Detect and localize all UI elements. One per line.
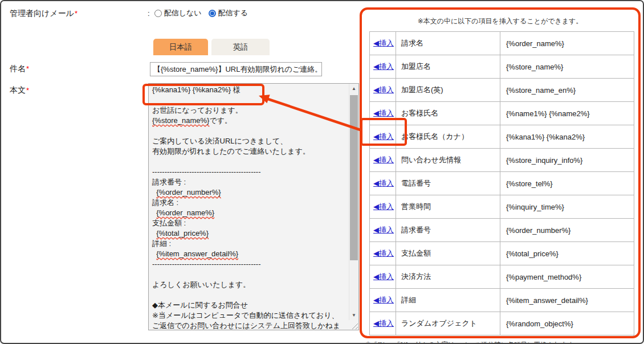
table-row: ◀挿入 加盟店名(英) {%store_name_en%} <box>370 79 634 102</box>
body-scrollbar[interactable]: ▲ ▼ <box>349 84 358 320</box>
item-name-cell: お客様氏名（カナ） <box>396 125 500 149</box>
table-row: ◀挿入 詳細 {%item_answer_detail%} <box>370 289 634 312</box>
panel-header-note: ※本文の中に以下の項目を挿入することができます。 <box>362 17 638 26</box>
table-row: ◀挿入 支払金額 {%total_price%} <box>370 242 634 265</box>
insert-link[interactable]: ◀挿入 <box>373 319 394 327</box>
placeholder-cell: {%store_tel%} <box>500 172 634 195</box>
insert-link[interactable]: ◀挿入 <box>373 155 394 164</box>
insert-link[interactable]: ◀挿入 <box>373 179 394 187</box>
tab-english[interactable]: 英語 <box>211 39 270 55</box>
placeholder-cell: {%store_inquiry_info%} <box>500 149 634 172</box>
insert-link[interactable]: ◀挿入 <box>373 226 394 234</box>
insert-link[interactable]: ◀挿入 <box>373 85 394 94</box>
required-asterisk: * <box>75 9 78 18</box>
scrollbar-up-icon[interactable]: ▲ <box>349 84 358 93</box>
scrollbar-down-icon[interactable]: ▼ <box>349 310 358 320</box>
item-name-cell: お客様氏名 <box>396 102 500 125</box>
radio-no-delivery-label[interactable]: 配信しない <box>164 8 202 18</box>
insert-link[interactable]: ◀挿入 <box>373 202 394 211</box>
language-tabs: 日本語 英語 <box>153 39 270 55</box>
placeholder-cell: {%order_number%} <box>500 219 634 242</box>
body-text: {%kana1%} {%kana2%} 様 お世話になっております。 {%sto… <box>149 84 349 330</box>
required-asterisk: * <box>26 64 29 73</box>
table-row: ◀挿入 電話番号 {%store_tel%} <box>370 172 634 195</box>
insert-panel: ※本文の中に以下の項目を挿入することができます。 ◀挿入 請求名 {%order… <box>360 7 641 338</box>
insert-link[interactable]: ◀挿入 <box>373 39 394 47</box>
placeholder-cell: {%item_answer_detail%} <box>500 289 634 312</box>
label-separator: : <box>148 9 150 18</box>
item-name-cell: ランダムオブジェクト <box>396 312 500 335</box>
insert-link[interactable]: ◀挿入 <box>373 109 394 117</box>
insert-link[interactable]: ◀挿入 <box>373 272 394 281</box>
tab-japanese[interactable]: 日本語 <box>153 39 208 55</box>
item-name-cell: 電話番号 <box>396 172 500 195</box>
item-name-cell: 請求名 <box>396 32 500 55</box>
table-row: ◀挿入 お客様氏名 {%name1%} {%name2%} <box>370 102 634 125</box>
insert-link[interactable]: ◀挿入 <box>373 132 394 141</box>
item-name-cell: 請求番号 <box>396 219 500 242</box>
resize-grip-icon[interactable] <box>350 322 358 329</box>
scrollbar-thumb[interactable] <box>350 95 358 260</box>
table-row: ◀挿入 決済方法 {%payment_method%} <box>370 265 634 289</box>
table-row: ◀挿入 加盟店名 {%store_name%} <box>370 55 634 79</box>
table-row: ◀挿入 お客様氏名（カナ） {%kana1%} {%kana2%} <box>370 125 634 149</box>
placeholder-cell: {%kana1%} {%kana2%} <box>500 125 634 149</box>
placeholder-cell: {%total_price%} <box>500 242 634 265</box>
insert-table: ◀挿入 請求名 {%order_name%} ◀挿入 加盟店名 {%store_… <box>369 31 634 335</box>
insert-link[interactable]: ◀挿入 <box>373 296 394 304</box>
panel-footer-note: ※「{%」,「%}」付きの文字は、メール送信時に各項目に置換されます。 <box>365 341 638 344</box>
delivery-radio-group: : 配信しない 配信する <box>148 8 255 18</box>
insert-link[interactable]: ◀挿入 <box>373 62 394 71</box>
item-name-cell: 問い合わせ先情報 <box>396 149 500 172</box>
placeholder-cell: {%random_object%} <box>500 312 634 335</box>
table-row: ◀挿入 請求番号 {%order_number%} <box>370 219 634 242</box>
item-name-cell: 営業時間 <box>396 195 500 219</box>
placeholder-cell: {%payment_method%} <box>500 265 634 289</box>
radio-no-delivery[interactable] <box>154 10 162 17</box>
placeholder-cell: {%name1%} {%name2%} <box>500 102 634 125</box>
admin-mail-label: 管理者向けメール* <box>10 9 78 19</box>
placeholder-cell: {%store_name%} <box>500 55 634 79</box>
radio-delivery-on[interactable] <box>209 10 216 17</box>
mail-settings-page: { "page": { "admin_mail": { "label": "管理… <box>0 0 644 344</box>
item-name-cell: 加盟店名(英) <box>396 79 500 102</box>
table-row: ◀挿入 請求名 {%order_name%} <box>370 32 634 55</box>
body-textarea[interactable]: {%kana1%} {%kana2%} 様 お世話になっております。 {%sto… <box>148 83 359 330</box>
placeholder-cell: {%inquiry_time%} <box>500 195 634 219</box>
item-name-cell: 支払金額 <box>396 242 500 265</box>
subject-label: 件名* <box>10 64 29 74</box>
placeholder-cell: {%store_name_en%} <box>500 79 634 102</box>
placeholder-cell: {%order_name%} <box>500 32 634 55</box>
required-asterisk: * <box>26 86 29 95</box>
item-name-cell: 加盟店名 <box>396 55 500 79</box>
radio-delivery-on-label[interactable]: 配信する <box>218 8 248 18</box>
table-row: ◀挿入 営業時間 {%inquiry_time%} <box>370 195 634 219</box>
item-name-cell: 詳細 <box>396 289 500 312</box>
table-row: ◀挿入 ランダムオブジェクト {%random_object%} <box>370 312 634 335</box>
body-label: 本文* <box>10 85 29 96</box>
table-row: ◀挿入 問い合わせ先情報 {%store_inquiry_info%} <box>370 149 634 172</box>
subject-field[interactable] <box>150 62 322 76</box>
insert-link[interactable]: ◀挿入 <box>373 249 394 257</box>
item-name-cell: 決済方法 <box>396 265 500 289</box>
